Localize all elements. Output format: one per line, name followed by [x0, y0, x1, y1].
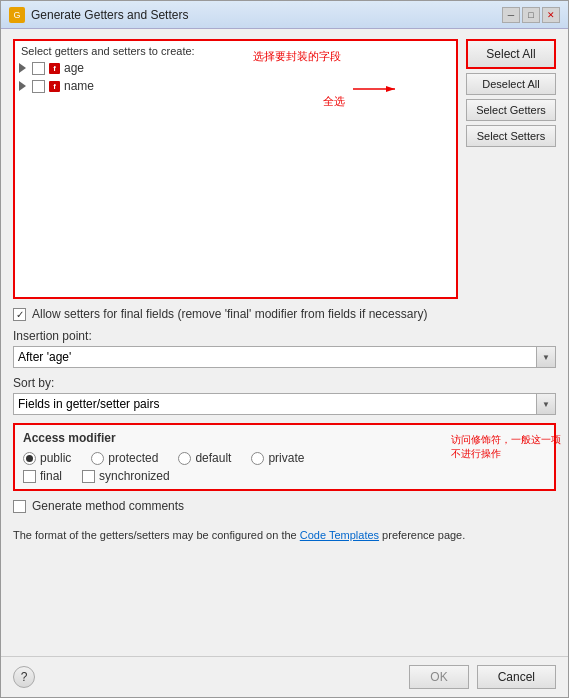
field-type-icon-name: f: [49, 81, 60, 92]
insertion-point-dropdown[interactable]: After 'age': [13, 346, 556, 368]
field-type-icon-age: f: [49, 63, 60, 74]
expand-icon-name: [19, 81, 26, 91]
window-icon: G: [9, 7, 25, 23]
info-suffix: preference page.: [379, 529, 465, 541]
insertion-point-label: Insertion point:: [13, 329, 556, 343]
field-row-age[interactable]: f age: [15, 59, 456, 77]
generate-comments-label: Generate method comments: [32, 499, 184, 513]
footer: ? OK Cancel: [1, 656, 568, 697]
field-row-name[interactable]: f name: [15, 77, 456, 95]
allow-setters-checkbox[interactable]: [13, 308, 26, 321]
main-window: G Generate Getters and Setters ─ □ ✕ Sel…: [0, 0, 569, 698]
checkbox-age[interactable]: [32, 62, 45, 75]
final-checkbox[interactable]: [23, 470, 36, 483]
title-bar-left: G Generate Getters and Setters: [9, 7, 188, 23]
info-text: The format of the getters/setters may be…: [13, 527, 556, 544]
access-modifier-radio-row: public protected default private: [23, 451, 546, 465]
access-modifier-section: Access modifier public protected default: [13, 423, 556, 491]
deselect-all-button[interactable]: Deselect All: [466, 73, 556, 95]
allow-setters-label: Allow setters for final fields (remove '…: [32, 307, 427, 321]
select-getters-button[interactable]: Select Getters: [466, 99, 556, 121]
sort-by-dropdown[interactable]: Fields in getter/setter pairs: [13, 393, 556, 415]
radio-protected[interactable]: protected: [91, 451, 158, 465]
generate-comments-row: Generate method comments: [13, 499, 556, 513]
synchronized-checkbox[interactable]: [82, 470, 95, 483]
access-modifier-check-row: final synchronized: [23, 469, 546, 483]
sort-by-section: Sort by: Fields in getter/setter pairs ▼: [13, 376, 556, 415]
ok-button[interactable]: OK: [409, 665, 468, 689]
footer-buttons: OK Cancel: [409, 665, 556, 689]
fields-label: Select getters and setters to create:: [15, 41, 456, 59]
radio-protected-btn[interactable]: [91, 452, 104, 465]
field-name-name: name: [64, 79, 94, 93]
maximize-button[interactable]: □: [522, 7, 540, 23]
radio-public-btn[interactable]: [23, 452, 36, 465]
top-section: Select getters and setters to create: f …: [13, 39, 556, 299]
radio-private-label: private: [268, 451, 304, 465]
synchronized-checkbox-item[interactable]: synchronized: [82, 469, 170, 483]
sort-by-label: Sort by:: [13, 376, 556, 390]
insertion-point-wrapper: After 'age' ▼: [13, 346, 556, 368]
allow-setters-row: Allow setters for final fields (remove '…: [13, 307, 556, 321]
final-checkbox-item[interactable]: final: [23, 469, 62, 483]
select-all-button[interactable]: Select All: [466, 39, 556, 69]
expand-icon-age: [19, 63, 26, 73]
fields-panel: Select getters and setters to create: f …: [13, 39, 458, 299]
radio-default[interactable]: default: [178, 451, 231, 465]
title-bar: G Generate Getters and Setters ─ □ ✕: [1, 1, 568, 29]
radio-private-btn[interactable]: [251, 452, 264, 465]
access-modifier-title: Access modifier: [23, 431, 546, 445]
checkbox-name[interactable]: [32, 80, 45, 93]
help-button[interactable]: ?: [13, 666, 35, 688]
minimize-button[interactable]: ─: [502, 7, 520, 23]
title-controls: ─ □ ✕: [502, 7, 560, 23]
access-modifier-box: Access modifier public protected default: [13, 423, 556, 491]
radio-default-btn[interactable]: [178, 452, 191, 465]
sidebar-buttons: Select All Deselect All Select Getters S…: [466, 39, 556, 299]
cancel-button[interactable]: Cancel: [477, 665, 556, 689]
close-button[interactable]: ✕: [542, 7, 560, 23]
radio-public[interactable]: public: [23, 451, 71, 465]
window-title: Generate Getters and Setters: [31, 8, 188, 22]
insertion-point-section: Insertion point: After 'age' ▼: [13, 329, 556, 368]
radio-public-label: public: [40, 451, 71, 465]
radio-protected-label: protected: [108, 451, 158, 465]
generate-comments-checkbox[interactable]: [13, 500, 26, 513]
sort-by-wrapper: Fields in getter/setter pairs ▼: [13, 393, 556, 415]
content-area: Select getters and setters to create: f …: [1, 29, 568, 656]
info-prefix: The format of the getters/setters may be…: [13, 529, 300, 541]
code-templates-link[interactable]: Code Templates: [300, 529, 379, 541]
final-label: final: [40, 469, 62, 483]
select-setters-button[interactable]: Select Setters: [466, 125, 556, 147]
radio-default-label: default: [195, 451, 231, 465]
radio-private[interactable]: private: [251, 451, 304, 465]
field-name-age: age: [64, 61, 84, 75]
synchronized-label: synchronized: [99, 469, 170, 483]
